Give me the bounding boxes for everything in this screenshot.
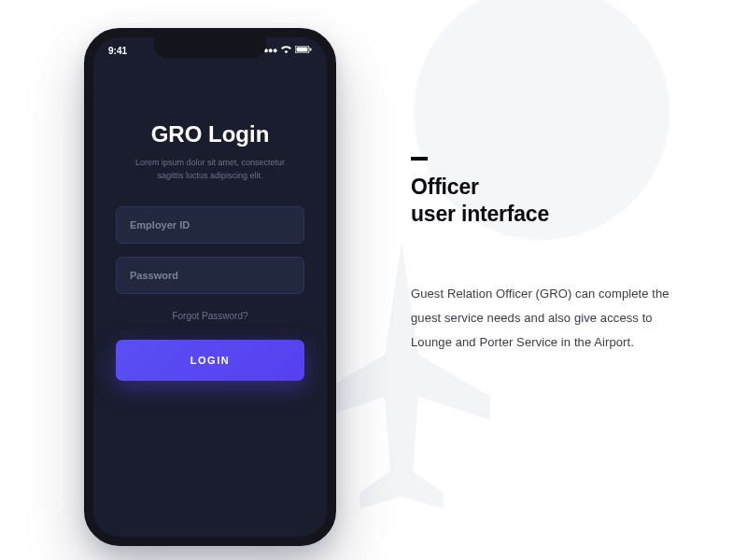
- employer-id-field[interactable]: Employer ID: [116, 206, 304, 244]
- login-subtitle: Lorem ipsum dolor sit amet, consectetur …: [126, 157, 294, 182]
- login-title: GRO Login: [151, 121, 270, 147]
- login-screen: GRO Login Lorem ipsum dolor sit amet, co…: [93, 37, 327, 537]
- phone-notch: [154, 37, 266, 58]
- accent-dash: [411, 157, 428, 161]
- login-button-label: LOGIN: [190, 355, 230, 366]
- svg-rect-2: [310, 49, 312, 51]
- password-placeholder: Password: [130, 270, 178, 281]
- login-button[interactable]: LOGIN: [116, 340, 304, 381]
- wifi-icon: [281, 46, 291, 55]
- employer-id-placeholder: Employer ID: [130, 219, 190, 231]
- phone-device-frame: 9:41 ●●●● GRO Login Lorem ipsum dolor si…: [84, 28, 336, 546]
- headline-line-1: Officer: [411, 175, 479, 199]
- status-indicators: ●●●●: [259, 46, 312, 55]
- marketing-copy: Officer user interface Guest Relation Of…: [411, 157, 691, 355]
- password-field[interactable]: Password: [116, 257, 304, 294]
- battery-icon: [295, 46, 312, 55]
- section-body: Guest Relation Officer (GRO) can complet…: [411, 282, 691, 355]
- section-headline: Officer user interface: [411, 174, 691, 228]
- status-time: 9:41: [108, 46, 127, 56]
- svg-rect-1: [297, 48, 308, 52]
- headline-line-2: user interface: [411, 202, 549, 226]
- forgot-password-link[interactable]: Forgot Password?: [172, 311, 247, 321]
